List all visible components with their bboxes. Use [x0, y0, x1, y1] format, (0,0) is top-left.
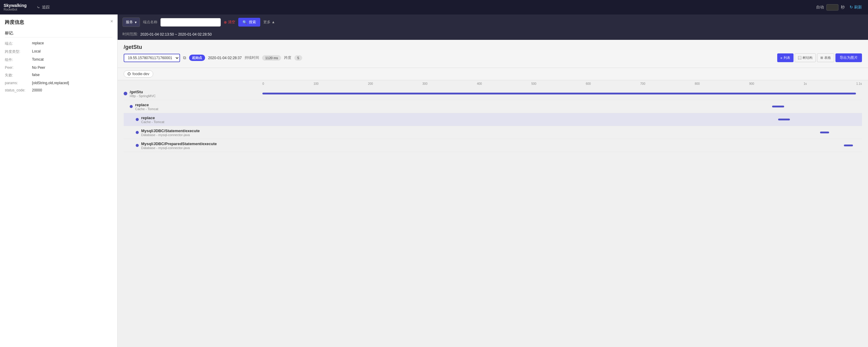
span-bar-area	[262, 115, 862, 124]
info-row: 端点:replace	[5, 41, 113, 46]
span-bar-area	[262, 102, 862, 111]
service-tag: foodie-dev	[124, 70, 153, 78]
span-row[interactable]: replace Cache - Tomcat	[124, 100, 862, 113]
ruler-mark: 900	[749, 82, 754, 85]
logo: Skywalking Rocketbot	[4, 3, 27, 11]
span-row[interactable]: Mysql/JDBC/PreparedStatement/execute Dat…	[124, 139, 862, 152]
span-bar	[820, 132, 829, 133]
app-name: Skywalking	[4, 3, 27, 8]
span-row[interactable]: replace Cache - Tomcat	[124, 113, 862, 126]
span-dot	[136, 144, 139, 147]
info-row: params:[oldString,old,replaced]	[5, 81, 113, 85]
copy-icon[interactable]: ⧉	[183, 55, 186, 60]
ruler-mark: 1s	[804, 82, 807, 85]
span-name: /getStu	[130, 90, 156, 94]
span-bar	[262, 93, 856, 94]
span-indent: /getStu Http - SpringMVC	[124, 90, 262, 98]
span-indent: Mysql/JDBC/PreparedStatement/execute Dat…	[124, 142, 262, 150]
info-key: status_code:	[5, 88, 32, 92]
info-row: 失败:false	[5, 73, 113, 78]
info-value: false	[32, 73, 39, 77]
time-range-label: 时间范围:	[122, 32, 138, 37]
info-value: No Peer	[32, 65, 45, 70]
duration-label: 持续时间	[245, 55, 259, 60]
service-tag-dot	[128, 73, 131, 76]
export-button[interactable]: 导出为图片	[835, 53, 862, 62]
span-dot	[124, 92, 127, 95]
info-value: replace	[32, 41, 44, 45]
section-label: 标记.	[5, 30, 113, 37]
search-button[interactable]: 🔍 搜索	[238, 18, 260, 27]
span-type: Database - mysql-connector-java	[141, 146, 217, 150]
span-name: Mysql/JDBC/PreparedStatement/execute	[141, 142, 217, 146]
span-type: Cache - Tomcat	[141, 120, 164, 124]
span-name: replace	[141, 116, 164, 120]
info-row: 跨度类型:Local	[5, 49, 113, 54]
view-list-button[interactable]: ≡ 列表	[777, 53, 794, 62]
info-value: Tomcat	[32, 57, 44, 62]
info-key: params:	[5, 81, 32, 85]
span-row[interactable]: Mysql/JDBC/Statement/execute Database - …	[124, 126, 862, 139]
trace-id-select[interactable]: 19.55.15780761171760001	[124, 54, 180, 62]
panel-title: 跨度信息	[5, 19, 113, 26]
time-range-bar: 时间范围: 2020-01-04 02:13:50 ~ 2020-01-04 0…	[118, 30, 868, 40]
info-key: Peer:	[5, 65, 32, 70]
span-bar-area	[262, 128, 862, 137]
span-indent: Mysql/JDBC/Statement/execute Database - …	[124, 128, 262, 137]
span-dot	[136, 118, 139, 121]
interval-input[interactable]: 6	[826, 4, 838, 10]
ruler-mark: 0	[262, 82, 264, 85]
clear-button[interactable]: ⊗ 清空	[224, 20, 235, 25]
span-bar-area	[262, 89, 862, 98]
ruler-mark: 400	[477, 82, 482, 85]
trace-title: /getStu	[124, 44, 862, 50]
search-bar: 服务 ▾ 端点名称 ⊗ 清空 🔍 搜索 更多 ▲	[118, 15, 868, 30]
nav-item-topology[interactable]: ⬡拓扑图	[33, 0, 61, 2]
span-list: /getStu Http - SpringMVC replace Cache -…	[118, 87, 868, 152]
span-indent: replace Cache - Tomcat	[124, 103, 262, 111]
endpoint-label: 端点名称	[143, 20, 157, 25]
main-layout: 跨度信息 × 标记. 端点:replace跨度类型:Local组件:Tomcat…	[0, 15, 868, 347]
span-type: Http - SpringMVC	[130, 94, 156, 98]
span-type: Cache - Tomcat	[135, 107, 158, 111]
ruler-mark: 1.1s	[856, 82, 862, 85]
trace-detail: /getStu 19.55.15780761171760001 ⧉ 起始点 20…	[118, 40, 868, 347]
more-button[interactable]: 更多 ▲	[263, 20, 275, 25]
info-key: 跨度类型:	[5, 49, 32, 54]
view-table-button[interactable]: ⊞ 表格	[817, 53, 834, 62]
ruler-mark: 200	[368, 82, 373, 85]
service-select[interactable]: 服务 ▾	[122, 18, 140, 27]
info-key: 端点:	[5, 41, 32, 46]
refresh-button[interactable]: ↻ 刷新	[847, 3, 864, 11]
span-dot	[136, 131, 139, 134]
info-key: 组件:	[5, 57, 32, 62]
span-bar	[844, 145, 853, 146]
trace-badges: 起始点 2020-01-04 02:28:37 持续时间 1120 ms 跨度 …	[189, 55, 302, 61]
endpoint-input[interactable]	[160, 18, 221, 27]
span-label: 跨度	[284, 55, 291, 60]
ruler-marks: 01002003004005006007008009001s1.1s	[262, 82, 862, 85]
info-value: Local	[32, 49, 41, 53]
timeline-ruler: 01002003004005006007008009001s1.1s	[118, 80, 868, 87]
info-row: status_code:20000	[5, 88, 113, 92]
info-value: [oldString,old,replaced]	[32, 81, 69, 85]
span-row[interactable]: /getStu Http - SpringMVC	[124, 87, 862, 100]
info-value: 20000	[32, 88, 42, 92]
span-type: Database - mysql-connector-java	[141, 133, 200, 137]
start-value: 2020-01-04 02:28:37	[208, 56, 242, 60]
span-indent: replace Cache - Tomcat	[124, 116, 262, 124]
span-bar	[778, 119, 790, 120]
nav-item-trace[interactable]: ⤷追踪	[33, 2, 61, 12]
content-area: 服务 ▾ 端点名称 ⊗ 清空 🔍 搜索 更多 ▲ 时间范围: 2020-01-0…	[118, 15, 868, 347]
close-button[interactable]: ×	[111, 19, 113, 24]
info-row: Peer:No Peer	[5, 65, 113, 70]
trace-header: /getStu 19.55.15780761171760001 ⧉ 起始点 20…	[118, 40, 868, 68]
ruler-mark: 500	[531, 82, 536, 85]
app-sub: Rocketbot	[4, 8, 27, 11]
ruler-mark: 600	[586, 82, 591, 85]
sec-label: 秒	[841, 4, 845, 10]
sidebar-fields: 端点:replace跨度类型:Local组件:TomcatPeer:No Pee…	[5, 41, 113, 92]
view-tree-button[interactable]: ⿱ 树结构	[795, 53, 816, 62]
service-tag-row: foodie-dev	[118, 68, 868, 80]
span-bar-area	[262, 141, 862, 150]
